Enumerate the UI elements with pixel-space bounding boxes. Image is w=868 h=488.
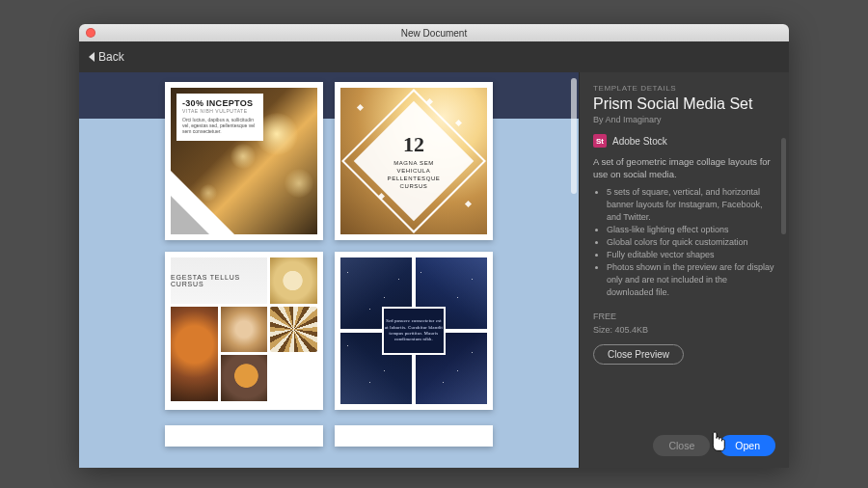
promo-text-card: -30% INCEPTOS VITAE NIBH VULPUTATE Orci … xyxy=(176,94,263,141)
feature-number: 12 xyxy=(370,132,457,157)
template-description: A set of geometric image collage layouts… xyxy=(593,155,775,181)
titlebar: New Document xyxy=(79,24,789,41)
center-caption-box: Sed posuere consectetur est at lobortis.… xyxy=(382,307,446,355)
template-thumbnail-grid: -30% INCEPTOS VITAE NIBH VULPUTATE Orci … xyxy=(146,82,512,420)
template-price: FREE xyxy=(593,311,775,324)
template-thumbnail[interactable]: Sed posuere consectetur est at lobortis.… xyxy=(335,252,493,410)
template-thumbnail[interactable] xyxy=(335,425,493,447)
promo-body: Orci luctus, dapibus a, sollicitudin vel… xyxy=(182,118,258,134)
close-button[interactable]: Close xyxy=(653,435,710,456)
back-label: Back xyxy=(98,50,124,64)
open-button[interactable]: Open xyxy=(719,435,775,456)
triangle-shape xyxy=(171,196,209,234)
template-thumbnail[interactable]: EGESTAS TELLUS CURSUS xyxy=(165,252,323,410)
template-preview-pane: -30% INCEPTOS VITAE NIBH VULPUTATE Orci … xyxy=(79,72,579,468)
template-thumbnail[interactable]: -30% INCEPTOS VITAE NIBH VULPUTATE Orci … xyxy=(165,82,323,240)
feature-caption: MAGNA SEM VEHICULA PELLENTESQUE CURSUS xyxy=(370,159,457,190)
promo-subhead: VITAE NIBH VULPUTATE xyxy=(182,109,258,115)
center-caption: Sed posuere consectetur est at lobortis.… xyxy=(384,318,444,342)
dialog-body: -30% INCEPTOS VITAE NIBH VULPUTATE Orci … xyxy=(79,72,789,468)
template-title: Prism Social Media Set xyxy=(593,95,775,113)
stock-source-row[interactable]: St Adobe Stock xyxy=(593,134,775,148)
chevron-left-icon xyxy=(89,52,95,62)
template-thumbnail[interactable]: 12 MAGNA SEM VEHICULA PELLENTESQUE CURSU… xyxy=(335,82,493,240)
window-close-icon[interactable] xyxy=(86,28,95,38)
list-item: Photos shown in the preview are for disp… xyxy=(607,261,775,299)
template-feature-list: 5 sets of square, vertical, and horizont… xyxy=(597,186,775,299)
list-item: Fully editable vector shapes xyxy=(607,249,775,261)
preview-scrollbar[interactable] xyxy=(571,78,577,462)
close-preview-button[interactable]: Close Preview xyxy=(593,344,684,365)
dialog-footer-buttons: Close Open xyxy=(653,435,775,456)
template-size: Size: 405.4KB xyxy=(593,324,775,338)
template-thumbnail-row-partial xyxy=(165,420,493,447)
list-item: Global colors for quick customization xyxy=(607,236,775,249)
template-details-panel: TEMPLATE DETAILS Prism Social Media Set … xyxy=(579,72,789,468)
scrollbar-thumb[interactable] xyxy=(571,78,577,194)
list-item: 5 sets of square, vertical, and horizont… xyxy=(607,186,775,224)
author-link[interactable]: And Imaginary xyxy=(606,115,662,124)
details-scrollbar[interactable] xyxy=(781,138,786,234)
toolbar: Back xyxy=(79,41,789,72)
template-byline: By And Imaginary xyxy=(593,115,775,124)
section-label: TEMPLATE DETAILS xyxy=(593,84,775,93)
collage-title: EGESTAS TELLUS CURSUS xyxy=(171,258,267,304)
template-thumbnail[interactable] xyxy=(165,425,323,447)
stock-source-label: Adobe Stock xyxy=(612,136,667,147)
back-button[interactable]: Back xyxy=(89,50,124,64)
new-document-window: New Document Back xyxy=(79,24,789,468)
window-title: New Document xyxy=(401,28,467,39)
promo-headline: -30% INCEPTOS xyxy=(182,98,258,108)
adobe-stock-icon: St xyxy=(593,134,607,148)
list-item: Glass-like lighting effect options xyxy=(607,224,775,236)
